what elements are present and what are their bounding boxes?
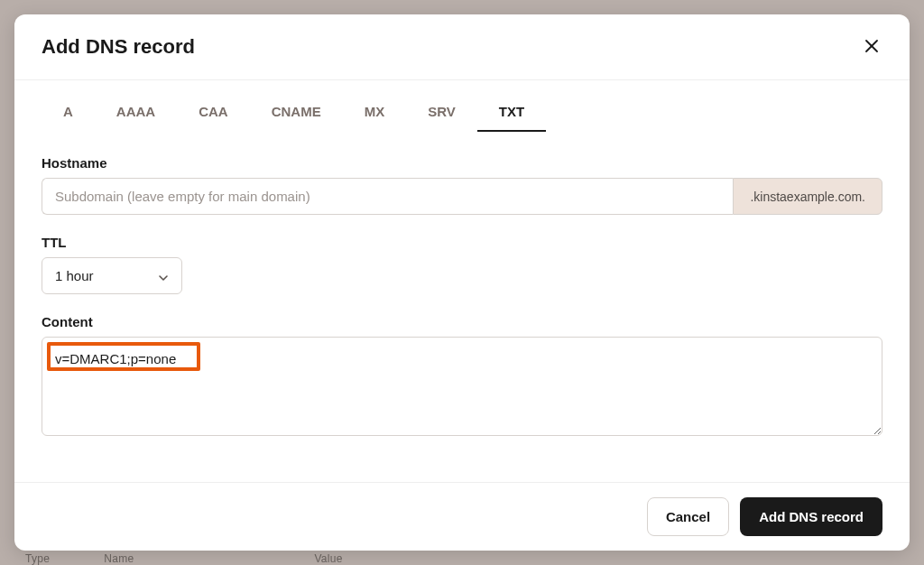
- ttl-select: 1 hour: [42, 257, 182, 294]
- ttl-selected-value: 1 hour: [55, 268, 94, 283]
- content-wrapper: [42, 337, 882, 440]
- ttl-label: TTL: [42, 235, 882, 250]
- background-table-header: Type Name Value: [25, 552, 343, 565]
- add-dns-record-modal: Add DNS record A AAAA CAA CNAME MX SRV T…: [14, 14, 910, 551]
- close-button[interactable]: [861, 34, 882, 60]
- content-group: Content: [42, 314, 882, 440]
- record-type-tabs: A AAAA CAA CNAME MX SRV TXT: [42, 80, 882, 132]
- content-textarea[interactable]: [42, 337, 882, 436]
- modal-footer: Cancel Add DNS record: [14, 482, 910, 551]
- cancel-button[interactable]: Cancel: [647, 497, 729, 536]
- tab-cname[interactable]: CNAME: [250, 97, 343, 132]
- ttl-dropdown[interactable]: 1 hour: [42, 257, 182, 294]
- ttl-group: TTL 1 hour: [42, 235, 882, 294]
- chevron-down-icon: [158, 271, 169, 282]
- modal-body: A AAAA CAA CNAME MX SRV TXT Hostname .ki…: [14, 80, 910, 482]
- tab-aaaa[interactable]: AAAA: [95, 97, 177, 132]
- modal-title: Add DNS record: [42, 35, 195, 59]
- hostname-input[interactable]: [42, 178, 733, 215]
- hostname-input-group: .kinstaexample.com.: [42, 178, 882, 215]
- tab-caa[interactable]: CAA: [177, 97, 250, 132]
- tab-a[interactable]: A: [42, 97, 95, 132]
- modal-header: Add DNS record: [14, 14, 910, 80]
- close-icon: [864, 37, 879, 57]
- hostname-group: Hostname .kinstaexample.com.: [42, 155, 882, 215]
- domain-suffix: .kinstaexample.com.: [733, 178, 882, 215]
- tab-txt[interactable]: TXT: [477, 97, 546, 132]
- content-label: Content: [42, 314, 882, 329]
- hostname-label: Hostname: [42, 155, 882, 171]
- tab-mx[interactable]: MX: [343, 97, 407, 132]
- tab-srv[interactable]: SRV: [406, 97, 477, 132]
- submit-button[interactable]: Add DNS record: [740, 497, 882, 536]
